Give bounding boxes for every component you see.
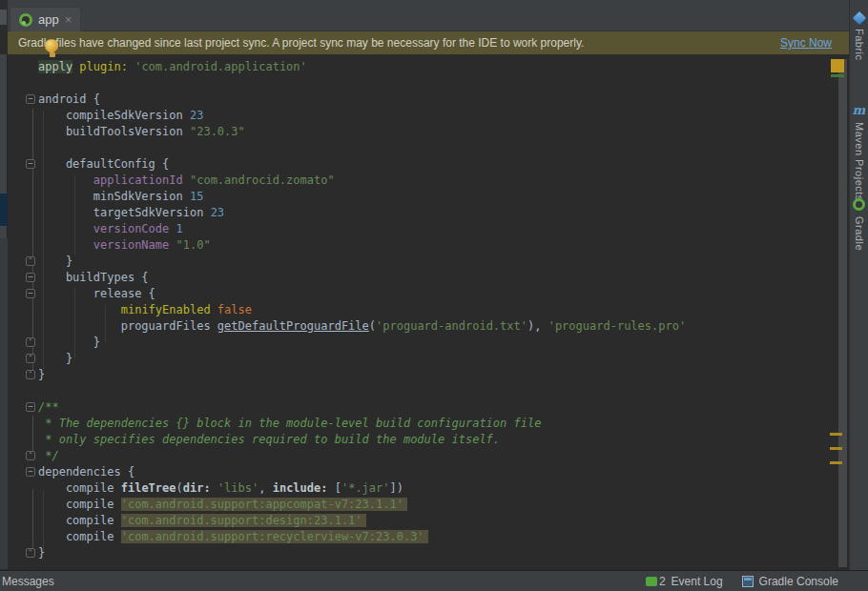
code-token: ( [176, 481, 183, 495]
code-line[interactable]: ˆ */ [8, 448, 847, 464]
gutter-cell [8, 432, 38, 448]
code-line[interactable]: ˆ } [8, 335, 847, 351]
fold-close-marker-icon[interactable]: ˆ [26, 370, 35, 379]
tool-button-fabric[interactable]: Fabric [850, 13, 868, 61]
fold-open-marker-icon[interactable]: − [26, 159, 35, 169]
code-line[interactable]: ˆ} [8, 367, 847, 383]
code-token: 23 [190, 109, 203, 122]
code-line[interactable]: −/** [8, 399, 847, 416]
collapsed-tool-tab[interactable] [0, 10, 7, 25]
code-token [38, 173, 93, 187]
code-line[interactable]: ˆ } [8, 351, 847, 367]
status-bar-right: 2 Event Log Gradle Console [646, 571, 838, 591]
fold-open-marker-icon[interactable]: − [26, 467, 35, 477]
gradle-icon [853, 198, 865, 211]
code-line[interactable]: − buildTypes { [8, 270, 847, 286]
code-text: minifyEnabled false [38, 302, 847, 318]
code-line[interactable]: ˆ } [8, 254, 847, 270]
event-log-button[interactable]: Event Log [672, 575, 723, 588]
code-line[interactable]: −android { [8, 92, 847, 108]
code-line[interactable]: applicationId "com.androcid.zomato" [8, 173, 847, 189]
code-line[interactable]: compileSdkVersion 23 [8, 108, 847, 124]
code-line[interactable]: compile 'com.android.support:design:23.1… [8, 513, 847, 529]
code-line[interactable]: compile 'com.android.support:recyclervie… [8, 529, 847, 545]
code-editor[interactable]: apply plugin: 'com.android.application'−… [8, 54, 847, 569]
code-line[interactable]: apply plugin: 'com.android.application' [8, 59, 847, 75]
intention-lightbulb-icon[interactable] [45, 39, 58, 52]
code-line[interactable]: versionCode 1 [8, 221, 847, 237]
fold-open-marker-icon[interactable]: − [26, 273, 35, 282]
code-line[interactable] [8, 75, 847, 92]
code-text: defaultConfig { [38, 156, 847, 173]
code-text: /** [38, 399, 847, 416]
gradle-file-icon [19, 13, 32, 27]
gutter-cell [8, 124, 38, 140]
tool-button-maven-projects[interactable]: mMaven Projects [850, 105, 868, 201]
code-line[interactable]: compile fileTree(dir: 'libs', include: [… [8, 480, 847, 497]
code-text: } [38, 351, 847, 367]
gutter-cell [8, 383, 38, 399]
code-line[interactable]: −dependencies { [8, 464, 847, 480]
gutter-cell [8, 140, 38, 156]
code-line[interactable]: proguardFiles getDefaultProguardFile('pr… [8, 318, 847, 335]
code-token: buildTypes { [38, 271, 149, 284]
code-text: compileSdkVersion 23 [38, 108, 847, 124]
code-token: minifyEnabled [121, 303, 211, 316]
code-token: dir: [183, 481, 211, 495]
code-token: ]) [390, 481, 403, 495]
code-line[interactable] [8, 140, 847, 156]
fold-open-marker-icon[interactable]: − [26, 402, 35, 412]
code-text: versionCode 1 [38, 221, 847, 237]
editor-scrollbar[interactable] [838, 59, 847, 567]
fold-close-marker-icon[interactable]: ˆ [26, 337, 35, 347]
code-line[interactable]: minSdkVersion 15 [8, 189, 847, 205]
code-token: 'com.android.application' [134, 60, 307, 73]
warning-stripe-mark[interactable] [830, 461, 842, 464]
gradle-console-button[interactable]: Gradle Console [759, 575, 838, 588]
tool-button-gradle[interactable]: Gradle [850, 198, 868, 251]
code-line[interactable] [8, 383, 847, 399]
code-token: release { [38, 287, 155, 300]
code-content[interactable]: apply plugin: 'com.android.application'−… [8, 59, 847, 561]
code-text: * only specifies dependencies required t… [38, 432, 847, 448]
code-token: "1.0" [176, 238, 211, 252]
code-line[interactable]: buildToolsVersion "23.0.3" [8, 124, 847, 140]
code-line[interactable]: targetSdkVersion 23 [8, 205, 847, 221]
code-line[interactable]: versionName "1.0" [8, 237, 847, 254]
code-token: * only specifies dependencies required t… [38, 433, 500, 446]
inspection-status-indicator[interactable] [831, 59, 844, 72]
fold-close-marker-icon[interactable]: ˆ [26, 548, 35, 558]
left-dock-strip [0, 54, 8, 569]
editor-tab-app[interactable]: app × [10, 7, 81, 31]
code-token: compile [38, 530, 121, 543]
code-token: "com.androcid.zomato" [190, 173, 335, 187]
warning-stripe-mark[interactable] [830, 433, 842, 436]
code-token: '*.jar' [341, 481, 390, 495]
gutter-cell: ˆ [8, 351, 38, 367]
code-line[interactable]: minifyEnabled false [8, 302, 847, 318]
code-line[interactable]: ˆ} [8, 545, 847, 561]
gutter-cell: ˆ [8, 448, 38, 464]
fold-open-marker-icon[interactable]: − [26, 94, 35, 104]
code-token: defaultConfig { [38, 157, 169, 171]
gutter-cell: − [8, 464, 38, 480]
code-line[interactable]: compile 'com.android.support:appcompat-v… [8, 497, 847, 513]
messages-tool-button[interactable]: Messages [2, 575, 54, 588]
code-text: } [38, 545, 847, 561]
fold-close-marker-icon[interactable]: ˆ [26, 451, 35, 460]
close-icon[interactable]: × [65, 15, 72, 25]
code-line[interactable]: * only specifies dependencies required t… [8, 432, 847, 448]
code-text: } [38, 254, 847, 270]
code-token: proguardFiles [38, 319, 217, 333]
fold-close-marker-icon[interactable]: ˆ [26, 354, 35, 363]
warning-stripe-mark[interactable] [830, 447, 842, 450]
code-line[interactable]: − release { [8, 286, 847, 302]
ide-window: app × Gradle files have changed since la… [0, 0, 868, 591]
gutter-cell [8, 480, 38, 497]
code-line[interactable]: − defaultConfig { [8, 156, 847, 173]
code-line[interactable]: * The dependencies {} block in the modul… [8, 416, 847, 432]
fold-close-marker-icon[interactable]: ˆ [26, 256, 35, 266]
console-icon [742, 576, 754, 587]
fold-open-marker-icon[interactable]: − [26, 289, 35, 298]
sync-now-link[interactable]: Sync Now [780, 36, 849, 50]
